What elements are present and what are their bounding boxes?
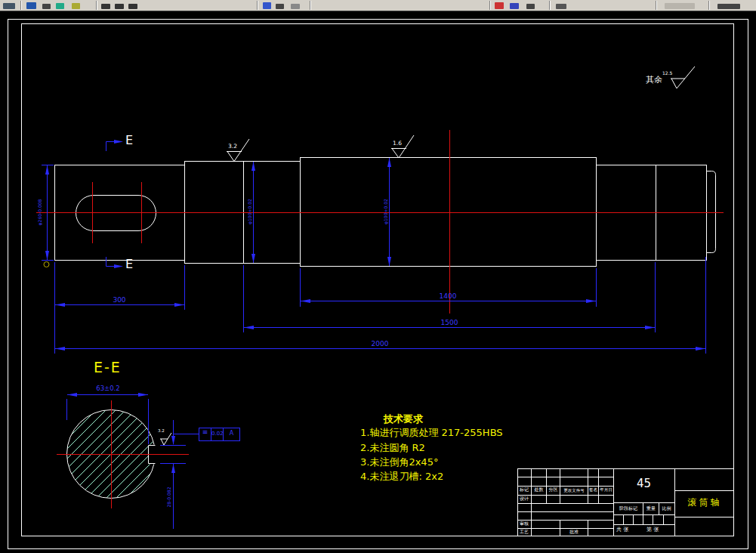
surface-note-value: 12.5 bbox=[662, 71, 672, 76]
tech-req-item: 1.轴进行调质处理 217-255HBS bbox=[360, 428, 503, 438]
tb-header: 标记 bbox=[517, 487, 531, 493]
dim-keyway-depth: 28-0.082 bbox=[167, 467, 172, 527]
dim-1400: 1400 bbox=[433, 293, 463, 301]
tb-scale: 比例 bbox=[659, 506, 674, 511]
tb-weight: 重量 bbox=[643, 506, 659, 511]
datum-mark bbox=[44, 262, 49, 267]
sheet-frame bbox=[8, 20, 748, 549]
tb-header: 处数 bbox=[532, 487, 546, 493]
dim-dia-left: φ260-0.008 bbox=[38, 177, 43, 248]
dim-2000: 2000 bbox=[365, 341, 395, 348]
section-view bbox=[0, 393, 240, 529]
dim-300: 300 bbox=[104, 297, 134, 304]
tb-header: 更改文件号 bbox=[560, 488, 588, 493]
tb-header: 签名 bbox=[588, 487, 598, 492]
tb-material: 45 bbox=[613, 477, 674, 490]
tb-row-approve: 批准 bbox=[560, 530, 588, 535]
dimension-arrowheads bbox=[45, 158, 705, 351]
tech-req-title: 技术要求 bbox=[384, 414, 423, 425]
gdt-datum: A bbox=[224, 431, 239, 437]
section-letter-top: E bbox=[125, 134, 133, 147]
tb-stage-mark: 阶段标记 bbox=[614, 506, 643, 511]
tech-req-item: 4.未注退刀槽: 2x2 bbox=[360, 471, 443, 482]
roughness-default-icon bbox=[671, 66, 695, 88]
tb-sheet-index: 第 张 bbox=[646, 527, 659, 533]
tb-row-design: 设计 bbox=[517, 496, 531, 502]
dim-1500: 1500 bbox=[434, 320, 464, 327]
tb-part-name: 滚筒轴 bbox=[675, 498, 734, 508]
tech-req-item: 3.未注倒角2x45° bbox=[360, 457, 438, 468]
tb-sheet-total: 共 张 bbox=[616, 527, 628, 533]
dim-dia-mid2: φ100+0.02 bbox=[384, 180, 389, 243]
dim-dia-mid1: φ100+0.02 bbox=[248, 180, 253, 243]
tb-header: 年月日 bbox=[599, 487, 613, 492]
section-cut-marks bbox=[106, 140, 124, 268]
cad-application-window: 其余 12.5 3.2 1.6 3.2 E E 300 1400 1500 20… bbox=[0, 0, 756, 553]
tech-req-item: 2.未注圆角 R2 bbox=[360, 443, 425, 453]
surface-note-label: 其余 bbox=[646, 76, 662, 85]
tb-header: 分区 bbox=[547, 487, 560, 493]
roughness-value: 1.6 bbox=[393, 141, 402, 147]
roughness-value: 3.2 bbox=[158, 428, 165, 433]
section-view-title: E-E bbox=[94, 360, 122, 375]
dim-keyway-width: 63±0.2 bbox=[85, 385, 131, 392]
dimension-lines bbox=[42, 158, 706, 354]
section-letter-bottom: E bbox=[125, 258, 133, 271]
gdt-tolerance: 0.02 bbox=[211, 431, 223, 437]
tb-row-process: 工艺 bbox=[517, 530, 531, 535]
gdt-symbol: ≡ bbox=[199, 429, 211, 437]
roughness-icon bbox=[160, 433, 171, 445]
roughness-value: 3.2 bbox=[228, 144, 237, 150]
tb-row-check: 审核 bbox=[517, 521, 531, 527]
